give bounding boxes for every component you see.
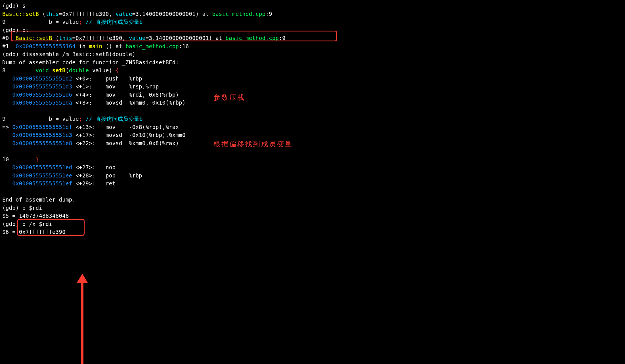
- src-line-10: 10 }: [2, 155, 623, 164]
- gdb-cmd-disas: disassemble /m Basic::setB(double): [22, 51, 135, 57]
- gdb-prompt: (gdb): [2, 221, 22, 227]
- param-this: this: [59, 35, 72, 41]
- gdb-prompt: (gdb): [2, 51, 22, 57]
- semicolon: ;: [79, 116, 82, 122]
- blank-line: [2, 147, 623, 155]
- gdb-line: 9 b = value; // 直接访问成员变量b: [2, 18, 623, 26]
- asm-inst: <+29>: ret: [72, 180, 116, 187]
- asm-inst: <+28>: pop %rbp: [72, 172, 142, 179]
- asm-addr: 0x00005555555551df: [12, 124, 72, 130]
- file-name: basic_method.cpp: [212, 11, 266, 17]
- gdb-cmd-print: p $rdi: [22, 205, 42, 211]
- param: value: [89, 67, 109, 73]
- kw-double: double: [69, 67, 89, 73]
- line-no: :9: [265, 11, 272, 17]
- line-no: :16: [179, 43, 189, 49]
- gdb-line: (gdb) disassemble /m Basic::setB(double): [2, 50, 623, 58]
- brace: {: [112, 67, 119, 73]
- asm-line-current: => 0x00005555555551df <+13>: mov -0x8(%r…: [2, 123, 623, 131]
- fn-setb: setB: [52, 67, 66, 73]
- src-line-9: 9 b = value; // 直接访问成员变量b: [2, 115, 623, 123]
- frame-num: #0: [2, 35, 16, 41]
- asm-inst: <+1>: mov %rsp,%rbp: [72, 83, 159, 90]
- paren: (: [52, 35, 59, 41]
- asm-addr: 0x00005555555551e8: [2, 140, 72, 146]
- gdb-cmd-bt: bt: [22, 27, 29, 33]
- asm-inst: <+22>: movsd %xmm0,0x8(%rax): [72, 140, 179, 146]
- src-line-8: 8 void setB(double value) {: [2, 66, 623, 75]
- terminal-output[interactable]: (gdb) s Basic::setB (this=0x7fffffffe390…: [2, 2, 623, 236]
- file-name: basic_method.cpp: [125, 43, 179, 49]
- asm-inst: <+27>: nop: [72, 164, 116, 170]
- paren: ): [109, 67, 112, 73]
- asm-addr: 0x00005555555551ef: [2, 180, 72, 187]
- line-num: 8: [2, 67, 35, 73]
- asm-line: 0x00005555555551e3 <+17>: movsd -0x10(%r…: [2, 131, 623, 139]
- asm-addr: 0x00005555555551d3: [2, 83, 72, 90]
- semicolon: ;: [79, 19, 82, 25]
- arrow-shaft: [81, 279, 83, 364]
- gdb-line: (gdb) bt: [2, 26, 623, 34]
- function-name: Basic::setB: [16, 35, 52, 41]
- gdb-line-frame0: #0 Basic::setB (this=0x7fffffffe390, val…: [2, 34, 623, 42]
- comment: // 直接访问成员变量b: [82, 19, 143, 25]
- src-text: 9 b = value: [2, 19, 79, 25]
- gdb-line: (gdb) p $rdi: [2, 204, 623, 212]
- asm-inst: <+17>: movsd -0x10(%rbp),%xmm0: [72, 132, 186, 138]
- asm-line: 0x00005555555551ee <+28>: pop %rbp: [2, 172, 623, 180]
- src-text: 9 b = value: [2, 116, 79, 122]
- brace: }: [35, 156, 39, 162]
- asm-addr: 0x00005555555551d2: [2, 75, 72, 82]
- asm-inst: <+4>: mov %rdi,-0x8(%rbp): [72, 92, 179, 98]
- asm-line: 0x00005555555551d3 <+1>: mov %rsp,%rbp: [2, 82, 623, 91]
- asm-inst: <+0>: push %rbp: [72, 75, 142, 82]
- gdb-prompt: (gdb): [2, 205, 22, 211]
- annotation-push-args: 参数压栈: [213, 94, 245, 102]
- param-val: =0x7fffffffe390,: [59, 11, 116, 17]
- blank-line: [2, 107, 623, 115]
- end-dump: End of assembler dump.: [2, 196, 623, 204]
- asm-line: 0x00005555555551d2 <+0>: push %rbp: [2, 75, 623, 83]
- gdb-prompt: (gdb): [2, 3, 22, 9]
- comment: // 直接访问成员变量b: [82, 116, 143, 122]
- line-num: 10: [2, 156, 35, 162]
- gdb-line: Dump of assembler code for function _ZN5…: [2, 58, 623, 67]
- asm-addr: 0x00005555555551e3: [2, 132, 72, 138]
- gdb-line: Basic::setB (this=0x7fffffffe390, value=…: [2, 10, 623, 18]
- paren: (: [39, 11, 45, 17]
- asm-addr: 0x00005555555551d6: [2, 92, 72, 98]
- annotation-offset-member: 根据偏移找到成员变量: [213, 140, 293, 148]
- in: in: [75, 43, 89, 49]
- param-value: value: [116, 11, 132, 17]
- asm-addr: 0x00005555555551ee: [2, 172, 72, 179]
- param-val2: =3.1400000000000001) at: [132, 11, 212, 17]
- line-no: :9: [279, 35, 285, 41]
- paren: (: [66, 67, 69, 73]
- asm-line: 0x00005555555551ef <+29>: ret: [2, 179, 623, 188]
- asm-line: 0x00005555555551ed <+27>: nop: [2, 163, 623, 172]
- file-name: basic_method.cpp: [226, 35, 279, 41]
- asm-line: 0x00005555555551d6 <+4>: mov %rdi,-0x8(%…: [2, 91, 623, 99]
- gdb-line: (gdb) p /x $rdi: [2, 220, 623, 228]
- gdb-line: (gdb) s: [2, 2, 623, 10]
- asm-addr: 0x00005555555551ed: [2, 164, 72, 170]
- param-value: value: [129, 35, 146, 41]
- gdb-output: $6 = 0x7fffffffe390: [2, 228, 623, 236]
- param-val2: =3.1400000000000001) at: [146, 35, 226, 41]
- param-this: this: [46, 11, 59, 17]
- asm-line: 0x00005555555551da <+8>: movsd %xmm0,-0x…: [2, 99, 623, 107]
- sp: [49, 67, 52, 73]
- print-result-hex: $6 = 0x7fffffffe390: [2, 229, 66, 235]
- dump-header: Dump of assembler code for function _ZN5…: [2, 59, 179, 65]
- asm-addr: 0x00005555555551da: [2, 100, 72, 106]
- function-name: main: [89, 43, 102, 49]
- gdb-cmd-print-hex: p /x $rdi: [22, 221, 52, 227]
- asm-inst: <+13>: mov -0x8(%rbp),%rax: [72, 124, 179, 130]
- asm-line: 0x00005555555551e8 <+22>: movsd %xmm0,0x…: [2, 139, 623, 147]
- arrow-head-icon: [77, 274, 88, 283]
- gdb-line-frame1: #1 0x0000555555555164 in main () at basi…: [2, 42, 623, 50]
- asm-inst: <+8>: movsd %xmm0,-0x10(%rbp): [72, 100, 186, 106]
- gdb-output: $5 = 140737488348048: [2, 212, 623, 220]
- address: 0x0000555555555164: [16, 43, 75, 49]
- dump-end: End of assembler dump.: [2, 196, 75, 203]
